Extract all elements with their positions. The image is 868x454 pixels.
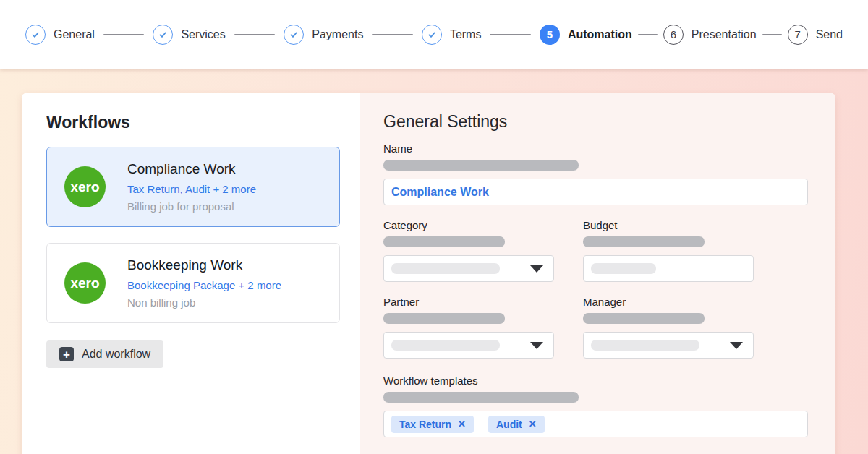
workflow-templates-field-group: Workflow templates Tax Return ✕ Audit ✕ <box>383 374 808 437</box>
step-number-badge: 7 <box>788 25 808 45</box>
step-number-badge: 5 <box>540 25 560 45</box>
workflow-card-bookkeeping[interactable]: xero Bookkeeping Work Bookkeeping Packag… <box>46 243 340 323</box>
category-budget-row: Category Budget <box>383 219 808 282</box>
general-settings-title: General Settings <box>383 112 808 132</box>
skeleton-bar <box>391 340 500 351</box>
step-label: Payments <box>312 28 363 41</box>
step-number: 7 <box>794 28 800 40</box>
workflow-templates-label: Workflow templates <box>383 374 808 387</box>
workflow-subtitle: Tax Return, Audit + 2 more <box>127 183 256 195</box>
step-presentation[interactable]: 6 Presentation <box>663 25 757 45</box>
check-circle-icon <box>153 25 173 45</box>
skeleton-bar <box>583 313 705 324</box>
name-field-group: Name Compliance Work <box>383 142 808 205</box>
budget-field-group: Budget <box>583 219 754 282</box>
add-workflow-label: Add workflow <box>82 348 150 361</box>
chip-remove-icon[interactable]: ✕ <box>458 419 466 429</box>
general-settings-panel: General Settings Name Compliance Work Ca… <box>360 93 835 454</box>
category-field-group: Category <box>383 219 554 282</box>
name-input-value: Compliance Work <box>391 186 489 199</box>
chip-label: Audit <box>496 419 522 430</box>
step-connector <box>638 34 658 35</box>
step-connector <box>103 34 144 35</box>
partner-select[interactable] <box>383 332 554 359</box>
wizard-stepper: General Services Payments <box>25 25 843 45</box>
partner-label: Partner <box>383 296 554 308</box>
step-label: General <box>54 28 95 41</box>
workflow-card-compliance[interactable]: xero Compliance Work Tax Return, Audit +… <box>46 147 340 227</box>
step-payments[interactable]: Payments <box>284 25 363 45</box>
partner-field-group: Partner <box>383 296 554 359</box>
step-number: 6 <box>671 28 676 40</box>
template-chip-audit[interactable]: Audit ✕ <box>488 416 545 433</box>
check-circle-icon <box>284 25 304 45</box>
step-services[interactable]: Services <box>153 25 225 45</box>
chip-label: Tax Return <box>399 419 451 430</box>
workflow-subtitle: Bookkeeping Package + 2 more <box>127 279 281 291</box>
check-icon <box>157 29 169 40</box>
workflow-card-text: Bookkeeping Work Bookkeeping Package + 2… <box>127 257 281 309</box>
step-label: Terms <box>450 28 482 41</box>
check-icon <box>30 29 41 40</box>
xero-logo-icon: xero <box>64 166 106 207</box>
workflow-title: Compliance Work <box>127 161 256 177</box>
skeleton-bar <box>383 236 505 247</box>
name-input[interactable]: Compliance Work <box>383 179 808 205</box>
skeleton-bar <box>383 160 579 171</box>
check-icon <box>426 29 438 40</box>
step-connector <box>372 34 412 35</box>
step-general[interactable]: General <box>25 25 95 45</box>
xero-logo-text: xero <box>70 179 99 194</box>
skeleton-bar <box>391 263 500 274</box>
step-label: Automation <box>568 28 632 41</box>
manager-label: Manager <box>583 296 754 308</box>
workflows-title: Workflows <box>46 113 340 132</box>
workflow-description: Billing job for proposal <box>127 200 256 213</box>
budget-label: Budget <box>583 219 754 231</box>
category-label: Category <box>383 219 554 231</box>
wizard-header: General Services Payments <box>0 0 868 69</box>
partner-manager-row: Partner Manager <box>383 296 808 359</box>
skeleton-bar <box>383 392 579 403</box>
workflow-templates-input[interactable]: Tax Return ✕ Audit ✕ <box>383 411 808 437</box>
skeleton-bar <box>591 340 699 351</box>
step-terms[interactable]: Terms <box>422 25 482 45</box>
step-connector <box>762 34 782 35</box>
workflows-panel: Workflows xero Compliance Work Tax Retur… <box>22 93 360 454</box>
skeleton-bar <box>583 236 705 247</box>
template-chip-tax-return[interactable]: Tax Return ✕ <box>391 416 474 433</box>
workflow-title: Bookkeeping Work <box>127 257 281 273</box>
workflow-card-text: Compliance Work Tax Return, Audit + 2 mo… <box>127 161 256 213</box>
step-connector <box>234 34 275 35</box>
step-send[interactable]: 7 Send <box>788 25 843 45</box>
step-number-badge: 6 <box>663 25 684 45</box>
step-label: Services <box>181 28 225 41</box>
add-workflow-button[interactable]: + Add workflow <box>46 340 163 368</box>
check-circle-icon <box>25 25 46 45</box>
check-circle-icon <box>422 25 442 45</box>
xero-logo-text: xero <box>70 275 99 291</box>
category-select[interactable] <box>383 255 554 282</box>
step-number: 5 <box>547 28 553 40</box>
step-label: Send <box>816 28 843 41</box>
check-icon <box>288 29 299 40</box>
xero-logo-icon: xero <box>64 262 106 304</box>
skeleton-bar <box>383 313 505 324</box>
workflow-description: Non billing job <box>127 296 281 309</box>
budget-input[interactable] <box>583 255 754 282</box>
step-label: Presentation <box>692 28 757 41</box>
dropdown-arrow-icon <box>730 342 743 349</box>
skeleton-bar <box>591 263 656 274</box>
manager-field-group: Manager <box>583 296 754 359</box>
dropdown-arrow-icon <box>530 342 543 349</box>
chip-remove-icon[interactable]: ✕ <box>529 419 537 429</box>
dropdown-arrow-icon <box>530 265 543 273</box>
manager-select[interactable] <box>583 332 754 359</box>
plus-icon: + <box>59 347 74 361</box>
step-connector <box>490 34 530 35</box>
automation-card: Workflows xero Compliance Work Tax Retur… <box>22 93 835 454</box>
name-label: Name <box>383 142 808 155</box>
step-automation[interactable]: 5 Automation <box>540 25 632 45</box>
